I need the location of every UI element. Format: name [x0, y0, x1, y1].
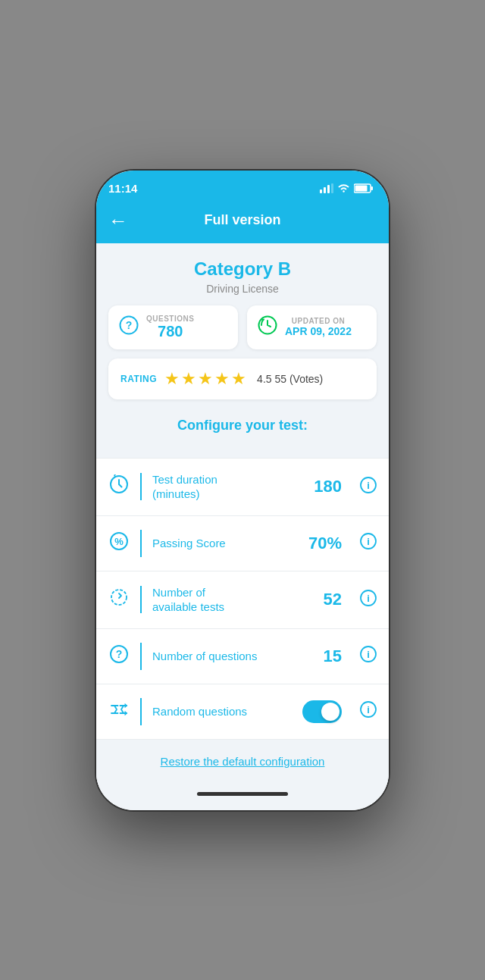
random-questions-label: Random questions — [152, 704, 292, 719]
main-content: Category B Driving License ? QUESTIONS 7… — [96, 243, 389, 810]
svg-text:?: ? — [116, 648, 123, 660]
test-duration-label: Test duration(minutes) — [152, 472, 303, 502]
svg-rect-1 — [324, 187, 326, 193]
divider-2 — [140, 530, 142, 557]
question-icon: ? — [108, 644, 130, 668]
divider-5 — [140, 698, 142, 725]
passing-score-info-icon[interactable]: i — [360, 533, 377, 553]
svg-rect-5 — [371, 186, 374, 190]
updated-value: APR 09, 2022 — [285, 325, 352, 337]
svg-text:i: i — [367, 479, 370, 490]
toggle-track — [302, 700, 342, 723]
updated-card: UPDATED ON APR 09, 2022 — [247, 305, 377, 349]
num-questions-label: Number of questions — [152, 649, 313, 664]
test-duration-value: 180 — [314, 477, 342, 496]
config-item-available-tests: Number ofavailable tests 52 i — [96, 571, 389, 629]
home-indicator — [96, 784, 389, 805]
num-questions-value: 15 — [324, 647, 342, 666]
wifi-icon — [337, 183, 350, 193]
available-tests-value: 52 — [324, 590, 342, 609]
star-4: ★ — [214, 369, 230, 389]
test-duration-info-icon[interactable]: i — [360, 477, 377, 497]
svg-text:i: i — [367, 592, 370, 603]
available-tests-info-icon[interactable]: i — [360, 590, 377, 610]
svg-text:%: % — [114, 536, 124, 547]
updated-info: UPDATED ON APR 09, 2022 — [285, 317, 352, 337]
status-time: 11:14 — [108, 182, 137, 195]
random-questions-toggle[interactable] — [302, 700, 342, 723]
config-item-random-questions: Random questions i — [96, 684, 389, 740]
divider-4 — [140, 643, 142, 670]
star-2: ★ — [181, 369, 196, 389]
percent-icon: % — [108, 531, 130, 556]
questions-label: QUESTIONS — [146, 315, 194, 323]
status-bar: 11:14 — [96, 171, 389, 204]
shuffle-icon — [108, 700, 130, 724]
available-tests-label: Number ofavailable tests — [152, 585, 313, 615]
star-5: ★ — [231, 369, 246, 389]
category-subtitle: Driving License — [108, 283, 377, 295]
clock-icon — [108, 474, 130, 499]
refresh-icon — [108, 587, 130, 612]
header-title: Full version — [204, 212, 280, 228]
restore-section: Restore the default configuration — [96, 740, 389, 784]
svg-text:i: i — [367, 704, 370, 715]
svg-rect-3 — [331, 183, 333, 193]
config-list: Test duration(minutes) 180 i % — [96, 458, 389, 740]
passing-score-label: Passing Score — [152, 536, 298, 551]
passing-score-value: 70% — [308, 534, 342, 553]
updated-icon — [258, 315, 277, 340]
phone-frame: 11:14 ← Full versio — [95, 169, 390, 812]
svg-text:?: ? — [126, 319, 133, 331]
rating-card: RATING ★ ★ ★ ★ ★ 4.5 55 (Votes) — [108, 358, 377, 399]
rating-label: RATING — [120, 374, 157, 384]
back-button[interactable]: ← — [108, 211, 128, 230]
svg-rect-6 — [355, 186, 368, 192]
divider-1 — [140, 473, 142, 500]
num-questions-info-icon[interactable]: i — [360, 646, 377, 666]
random-questions-info-icon[interactable]: i — [360, 701, 377, 722]
stars: ★ ★ ★ ★ ★ — [164, 369, 246, 389]
questions-info: QUESTIONS 780 — [146, 315, 194, 340]
svg-rect-2 — [327, 185, 330, 193]
home-bar — [197, 792, 288, 796]
battery-icon — [354, 183, 374, 193]
questions-icon: ? — [119, 315, 139, 340]
category-title: Category B — [108, 258, 377, 280]
top-card: Category B Driving License ? QUESTIONS 7… — [96, 243, 389, 458]
star-1: ★ — [164, 369, 180, 389]
rating-text: 4.5 55 (Votes) — [257, 373, 323, 385]
questions-card: ? QUESTIONS 780 — [108, 305, 238, 349]
config-item-passing-score: % Passing Score 70% i — [96, 516, 389, 571]
config-item-num-questions: ? Number of questions 15 i — [96, 629, 389, 684]
config-item-test-duration: Test duration(minutes) 180 i — [96, 459, 389, 516]
toggle-thumb — [321, 703, 340, 721]
svg-text:i: i — [367, 649, 370, 660]
updated-label: UPDATED ON — [285, 317, 352, 325]
star-3: ★ — [198, 369, 213, 389]
status-icons — [320, 183, 374, 193]
questions-value: 780 — [146, 323, 194, 340]
divider-3 — [140, 586, 142, 613]
configure-title: Configure your test: — [108, 412, 377, 446]
restore-link[interactable]: Restore the default configuration — [161, 755, 325, 768]
svg-rect-0 — [320, 189, 322, 193]
svg-text:i: i — [367, 536, 370, 547]
stats-row: ? QUESTIONS 780 — [108, 305, 377, 349]
signal-icon — [320, 183, 333, 193]
app-header: ← Full version — [96, 204, 389, 243]
